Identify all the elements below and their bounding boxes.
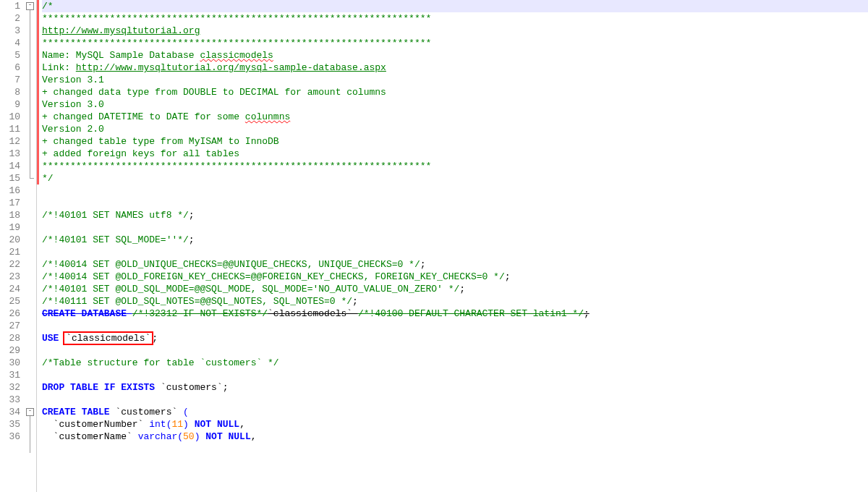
line-number: 14	[0, 160, 20, 172]
token: /*!40101 SET NAMES utf8 */	[42, 210, 189, 221]
fold-guide	[30, 416, 30, 453]
line-number: 26	[0, 308, 20, 320]
code-line[interactable]	[42, 394, 868, 406]
fold-column[interactable]	[25, 0, 37, 492]
token: TABLE	[70, 382, 98, 393]
code-line[interactable]: DROP TABLE IF EXISTS `customers`;	[42, 381, 868, 394]
line-number: 28	[0, 332, 20, 344]
code-line[interactable]: ****************************************…	[42, 12, 868, 25]
line-number: 34	[0, 406, 20, 418]
token	[76, 407, 82, 417]
code-line[interactable]: + changed table type from MyISAM to Inno…	[42, 135, 868, 148]
code-line[interactable]: ****************************************…	[42, 160, 868, 172]
code-line[interactable]	[42, 197, 868, 209]
line-number: 12	[0, 135, 20, 148]
fold-end-icon	[30, 178, 34, 179]
fold-toggle-icon[interactable]	[26, 2, 34, 10]
line-number: 9	[0, 98, 20, 111]
token: `customerName`	[42, 431, 138, 442]
line-number: 25	[0, 295, 20, 308]
token: DROP	[42, 382, 64, 393]
code-line[interactable]: + changed DATETIME to DATE for some colu…	[42, 111, 868, 123]
code-line[interactable]: */	[42, 172, 868, 184]
token: EXISTS	[121, 382, 155, 393]
token: (	[177, 431, 183, 442]
code-line[interactable]: CREATE TABLE `customers` (	[42, 406, 868, 418]
code-line[interactable]: /*!40101 SET @OLD_SQL_MODE=@@SQL_MODE, S…	[42, 283, 868, 295]
token: /*!40111 SET @OLD_SQL_NOTES=@@SQL_NOTES,…	[42, 296, 352, 307]
token: ,	[251, 431, 257, 442]
token: ,	[239, 419, 245, 430]
token: ;	[420, 259, 426, 270]
line-number: 27	[0, 320, 20, 332]
token: colunmns	[245, 111, 290, 122]
token: `classicmodels`	[64, 333, 152, 344]
code-line[interactable]: CREATE DATABASE /*!32312 IF NOT EXISTS*/…	[42, 308, 868, 320]
code-line[interactable]: Name: MySQL Sample Database classicmodel…	[42, 49, 868, 62]
code-editor[interactable]: 1234567891011121314151617181920212223242…	[0, 0, 868, 492]
line-number: 1	[0, 0, 20, 12]
token: `customers`	[110, 407, 183, 417]
code-line[interactable]: `customerNumber` int(11) NOT NULL,	[42, 418, 868, 430]
token: http://www.mysqltutorial.org	[42, 25, 200, 36]
fold-guide	[30, 10, 30, 178]
token: /*	[42, 1, 54, 12]
code-line[interactable]	[42, 344, 868, 357]
token: http://www.mysqltutorial.org/mysql-sampl…	[76, 62, 386, 73]
code-line[interactable]	[42, 221, 868, 234]
code-line[interactable]: Link: http://www.mysqltutorial.org/mysql…	[42, 62, 868, 74]
fold-toggle-icon[interactable]	[26, 408, 34, 416]
code-area[interactable]: /* *************************************…	[39, 0, 868, 492]
code-line[interactable]: USE `classicmodels`;	[42, 332, 868, 344]
code-line[interactable]: Version 3.1	[42, 74, 868, 86]
token: Version 2.0	[42, 124, 104, 135]
code-line[interactable]: /*	[42, 0, 868, 12]
code-line[interactable]	[42, 184, 868, 197]
code-line[interactable]: /*!40101 SET SQL_MODE=''*/;	[42, 234, 868, 246]
token: Version 3.1	[42, 75, 104, 85]
line-number: 10	[0, 111, 20, 123]
token: ****************************************…	[42, 13, 431, 24]
token: Name: MySQL Sample Database	[42, 50, 200, 61]
token: `classicmodels`	[268, 308, 358, 319]
code-line[interactable]: + changed data type from DOUBLE to DECIM…	[42, 86, 868, 98]
code-line[interactable]: /*!40014 SET @OLD_FOREIGN_KEY_CHECKS=@@F…	[42, 271, 868, 283]
token: (	[183, 407, 189, 417]
code-line[interactable]	[42, 246, 868, 258]
line-number: 31	[0, 369, 20, 381]
line-number: 29	[0, 344, 20, 357]
code-line[interactable]: /*!40111 SET @OLD_SQL_NOTES=@@SQL_NOTES,…	[42, 295, 868, 308]
line-number: 33	[0, 394, 20, 406]
code-line[interactable]	[42, 369, 868, 381]
token: /*!40101 SET SQL_MODE=''*/	[42, 234, 189, 245]
code-line[interactable]: /*!40101 SET NAMES utf8 */;	[42, 209, 868, 221]
line-number: 7	[0, 74, 20, 86]
line-number: 11	[0, 123, 20, 135]
token: + changed DATETIME to DATE for some	[42, 111, 245, 122]
code-line[interactable]: Version 2.0	[42, 123, 868, 135]
line-number: 18	[0, 209, 20, 221]
token: `customers`;	[155, 382, 228, 393]
line-number: 8	[0, 86, 20, 98]
token: TABLE	[82, 407, 110, 417]
token: )	[183, 419, 189, 430]
token: NULL	[217, 419, 239, 430]
code-line[interactable]: + added foreign keys for all tables	[42, 148, 868, 160]
code-line[interactable]: /*!40014 SET @OLD_UNIQUE_CHECKS=@@UNIQUE…	[42, 258, 868, 271]
token: /*!40100 DEFAULT CHARACTER SET latin1 */	[358, 308, 584, 319]
token: ****************************************…	[42, 161, 431, 171]
token: + changed table type from MyISAM to Inno…	[42, 136, 279, 147]
token: /*!40014 SET @OLD_UNIQUE_CHECKS=@@UNIQUE…	[42, 259, 420, 270]
code-line[interactable]: `customerName` varchar(50) NOT NULL,	[42, 430, 868, 443]
token	[64, 382, 70, 393]
token: 50	[183, 431, 195, 442]
token	[98, 382, 104, 393]
code-line[interactable]: http://www.mysqltutorial.org	[42, 25, 868, 37]
token: ;	[459, 284, 465, 294]
code-line[interactable]	[42, 320, 868, 332]
token: USE	[42, 333, 59, 344]
code-line[interactable]: ****************************************…	[42, 37, 868, 49]
token: CREATE	[42, 407, 76, 417]
code-line[interactable]: Version 3.0	[42, 98, 868, 111]
code-line[interactable]: /*Table structure for table `customers` …	[42, 357, 868, 369]
